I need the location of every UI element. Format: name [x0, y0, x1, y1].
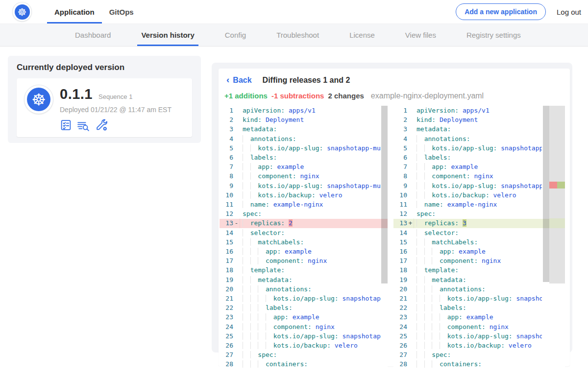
- line-number: 19: [220, 275, 233, 284]
- code-line: 15 matchLabels:: [220, 237, 381, 247]
- code-lines: 1apiVersion: apps/v12kind: Deployment3me…: [393, 106, 542, 369]
- code-line: 27 spec:: [393, 350, 542, 359]
- code-line: 25 kots.io/app-slug: snapshotap: [393, 331, 542, 341]
- line-number: 16: [393, 247, 407, 256]
- subnav-troubleshoot[interactable]: Troubleshoot: [272, 24, 323, 46]
- line-number: 25: [393, 331, 407, 341]
- subnav-version-history[interactable]: Version history: [137, 24, 198, 46]
- back-link[interactable]: ‹ Back: [226, 75, 252, 85]
- code-line: 27 spec:: [220, 350, 381, 359]
- header-actions: Add a new application Log out: [456, 3, 588, 20]
- code-line: 17 component: nginx: [393, 256, 542, 265]
- add-application-button[interactable]: Add a new application: [456, 3, 546, 20]
- line-number: 19: [393, 275, 407, 284]
- diff-overview-ruler[interactable]: [549, 106, 565, 369]
- code-line: 10 kots.io/backup: velero: [393, 190, 542, 200]
- diff-marker: -: [233, 218, 240, 228]
- logout-link[interactable]: Log out: [557, 8, 581, 16]
- code-line: 14 selector:: [393, 228, 542, 237]
- scrollbar-thumb[interactable]: [381, 106, 388, 283]
- diff-pane-old[interactable]: 1apiVersion: apps/v12kind: Deployment3me…: [220, 106, 388, 369]
- line-number: 15: [393, 237, 407, 247]
- code-line: 21 kots.io/app-slug: snapshotap: [393, 294, 542, 303]
- code-line: 16 app: example: [220, 247, 381, 256]
- diff-pane-new[interactable]: 1apiVersion: apps/v12kind: Deployment3me…: [393, 106, 565, 369]
- code-line: 20 annotations:: [220, 284, 381, 294]
- line-number: 13: [220, 218, 233, 228]
- line-number: 5: [220, 143, 233, 153]
- code-line: 9 kots.io/app-slug: snapshotapp-mu: [393, 181, 542, 190]
- code-line: 26 kots.io/backup: velero: [220, 341, 381, 350]
- back-label: Back: [233, 76, 251, 85]
- line-number: 5: [393, 143, 407, 153]
- app-icon-badge: ☸: [24, 85, 53, 114]
- line-number: 16: [220, 247, 233, 256]
- top-header: ☸ Application GitOps Add a new applicati…: [0, 0, 588, 24]
- line-number: 27: [393, 350, 407, 359]
- subnav-config[interactable]: Config: [221, 24, 250, 46]
- line-number: 22: [393, 303, 407, 312]
- scrollbar-thumb[interactable]: [543, 106, 549, 282]
- line-number: 20: [220, 284, 233, 294]
- tab-gitops[interactable]: GitOps: [102, 0, 141, 24]
- diff-marker: +: [407, 218, 414, 228]
- code-line: 4 annotations:: [220, 134, 381, 143]
- troubleshoot-wrench-icon[interactable]: [95, 118, 108, 131]
- deployed-card-title: Currently deployed version: [17, 63, 192, 72]
- tab-application[interactable]: Application: [47, 0, 102, 24]
- subnav-view-files[interactable]: View files: [401, 24, 440, 46]
- subnav-license[interactable]: License: [345, 24, 379, 46]
- code-line: 7 app: example: [393, 162, 542, 171]
- code-line: 1apiVersion: apps/v1: [393, 106, 542, 115]
- code-line: 11 name: example-nginx: [393, 200, 542, 209]
- line-number: 18: [220, 265, 233, 275]
- ruler-changed-line-tint: [549, 218, 565, 228]
- line-number: 23: [220, 312, 233, 322]
- code-line: 17 component: nginx: [220, 256, 381, 265]
- line-number: 21: [393, 294, 407, 303]
- code-line: 2kind: Deployment: [220, 115, 381, 124]
- release-notes-icon[interactable]: [77, 119, 90, 131]
- code-line: 22 labels:: [220, 303, 381, 312]
- line-number: 21: [220, 294, 233, 303]
- deployed-version-tile: ☸ 0.1.1 Sequence 1 Deployed 01/21/22 @ 1…: [17, 78, 192, 137]
- code-line: 18 template:: [393, 265, 542, 275]
- line-number: 27: [220, 350, 233, 359]
- line-number: 28: [393, 359, 407, 369]
- kubernetes-wheel-icon: ☸: [27, 88, 50, 111]
- line-number: 28: [220, 359, 233, 369]
- code-line: 23 app: example: [393, 312, 542, 322]
- line-number: 6: [393, 153, 407, 162]
- subtractions-count: -1 subtractions: [271, 92, 324, 100]
- subnav-registry-settings[interactable]: Registry settings: [463, 24, 525, 46]
- line-number: 8: [220, 171, 233, 181]
- line-number: 2: [220, 115, 233, 124]
- chevron-left-icon: ‹: [226, 75, 229, 84]
- code-line: 5 kots.io/app-slug: snapshotapp-mu: [220, 143, 381, 153]
- app-subnav: Dashboard Version history Config Trouble…: [0, 24, 588, 47]
- code-line: 4 annotations:: [393, 134, 542, 143]
- changes-count: 2 changes: [328, 92, 364, 100]
- line-number: 10: [220, 190, 233, 200]
- code-line: 1apiVersion: apps/v1: [220, 106, 381, 115]
- code-line: 14 selector:: [220, 228, 381, 237]
- config-checklist-icon[interactable]: [60, 119, 72, 131]
- diff-panes: 1apiVersion: apps/v12kind: Deployment3me…: [220, 106, 570, 369]
- top-tabs: Application GitOps: [47, 0, 141, 24]
- line-number: 2: [393, 115, 407, 124]
- code-line: 18 template:: [220, 265, 381, 275]
- code-line: 10 kots.io/backup: velero: [220, 190, 381, 200]
- subnav-dashboard[interactable]: Dashboard: [71, 24, 115, 46]
- code-line: 2kind: Deployment: [393, 115, 542, 124]
- code-line: 11 name: example-nginx: [220, 200, 381, 209]
- currently-deployed-card: Currently deployed version ☸ 0.1.1 Seque…: [8, 56, 201, 143]
- line-number: 18: [393, 265, 407, 275]
- line-number: 26: [220, 341, 233, 350]
- line-number: 7: [220, 162, 233, 171]
- code-line: 24 component: nginx: [393, 322, 542, 331]
- code-line: 23 app: example: [220, 312, 381, 322]
- line-number: 17: [393, 256, 407, 265]
- code-line: 7 app: example: [220, 162, 381, 171]
- code-line: 3metadata:: [220, 124, 381, 134]
- app-logo[interactable]: ☸: [13, 2, 31, 21]
